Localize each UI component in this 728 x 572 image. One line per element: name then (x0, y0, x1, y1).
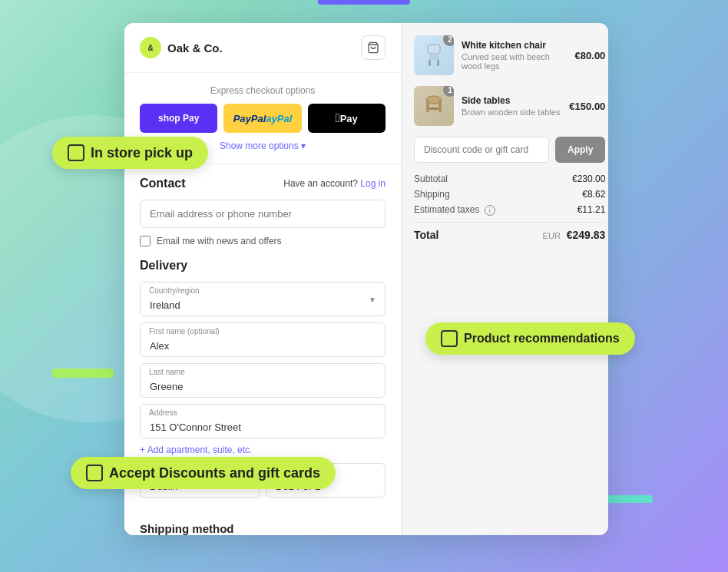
svg-rect-4 (437, 60, 439, 66)
svg-rect-7 (438, 100, 442, 112)
item-details-1: White kitchen chair Curved seat with bee… (462, 40, 568, 71)
shipping-label: Shipping (414, 189, 450, 200)
login-prompt: Have an account? Log in (283, 178, 386, 189)
recommendations-label: Product recommendations (464, 332, 620, 346)
item-details-2: Side tables Brown wooden side tables (462, 95, 561, 117)
first-name-group: First name (optional) (140, 322, 386, 357)
apple-pay-button[interactable]:  Pay (308, 104, 386, 133)
cart-icon (367, 41, 379, 54)
order-item-2: 1 Side tables Brown wooden side tables €… (414, 86, 605, 126)
pickup-icon (68, 144, 84, 161)
discount-badge[interactable]: Accept Discounts and gift cards (71, 457, 336, 489)
country-group: Country/region Ireland ▼ (140, 282, 386, 316)
taxes-row: Estimated taxes i €11.21 (414, 204, 605, 216)
order-item-1: 2 White kitchen chair Curved seat with b… (414, 35, 605, 75)
taxes-value: €11.21 (577, 204, 606, 216)
shipping-value: €8.62 (582, 189, 605, 200)
recommendations-badge[interactable]: Product recommendations (425, 322, 635, 355)
item-price-2: €150.00 (569, 101, 605, 112)
shipping-method-title: Shipping method (124, 516, 401, 535)
express-buttons: shop Pay PayPal ayPal  Pay (140, 104, 386, 133)
chair-icon (420, 41, 448, 69)
email-news-checkbox[interactable] (140, 236, 151, 246)
item-image-chair: 2 (414, 35, 454, 75)
shop-pay-button[interactable]: shop Pay (140, 104, 217, 133)
stool-icon (420, 92, 448, 120)
address-group: Address (140, 404, 386, 438)
decorative-bar-2 (52, 369, 114, 378)
progress-bar-top (318, 0, 410, 5)
cart-button[interactable] (361, 35, 386, 60)
login-link[interactable]: Log in (360, 178, 386, 189)
taxes-label: Estimated taxes i (414, 204, 495, 216)
info-icon[interactable]: i (485, 205, 495, 216)
email-input[interactable] (140, 200, 386, 228)
item-price-1: €80.00 (575, 50, 606, 61)
contact-title: Contact (140, 177, 186, 190)
address-label: Address (149, 408, 177, 417)
email-news-row: Email me with news and offers (140, 236, 386, 246)
subtotal-row: Subtotal €230.00 (414, 174, 605, 184)
total-row: Total EUR €249.83 (414, 222, 605, 241)
delivery-title: Delivery (140, 259, 386, 273)
pickup-badge[interactable]: In store pick up (52, 137, 208, 169)
shipping-row: Shipping €8.62 (414, 189, 605, 200)
brand-icon: & (140, 37, 161, 58)
contact-section: Contact Have an account? Log in Email me… (124, 164, 401, 259)
last-name-label: Last name (149, 368, 185, 376)
discount-icon (86, 465, 103, 481)
recommendations-icon (441, 330, 458, 347)
svg-rect-8 (429, 107, 438, 110)
total-value: €249.83 (567, 229, 606, 241)
total-currency: EUR (543, 231, 561, 240)
item-image-stool: 1 (414, 86, 454, 126)
express-title: Express checkout options (140, 85, 386, 96)
item-desc-2: Brown wooden side tables (462, 107, 561, 117)
item-desc-1: Curved seat with beech wood legs (462, 52, 568, 71)
last-name-group: Last name (140, 363, 386, 398)
first-name-label: First name (optional) (149, 327, 220, 336)
svg-rect-2 (429, 54, 438, 60)
discount-input[interactable] (414, 137, 549, 163)
svg-rect-1 (428, 45, 440, 54)
apply-button[interactable]: Apply (555, 137, 605, 163)
discount-row: Apply (414, 137, 605, 163)
contact-header: Contact Have an account? Log in (140, 177, 386, 190)
total-label: Total (414, 229, 438, 241)
paypal-button[interactable]: PayPal ayPal (223, 104, 301, 133)
svg-rect-3 (429, 60, 431, 66)
pickup-label: In store pick up (91, 145, 193, 161)
email-news-label: Email me with news and offers (157, 236, 282, 246)
item-name-2: Side tables (462, 95, 561, 107)
checkout-header: & Oak & Co. (124, 23, 401, 73)
total-amount: EUR €249.83 (543, 229, 606, 241)
svg-rect-6 (426, 100, 429, 112)
brand-logo: & Oak & Co. (140, 37, 223, 58)
item-name-1: White kitchen chair (462, 40, 568, 52)
brand-name: Oak & Co. (167, 41, 223, 55)
country-label: Country/region (149, 286, 200, 295)
subtotal-value: €230.00 (572, 174, 605, 184)
checkout-right-panel: 2 White kitchen chair Curved seat with b… (401, 23, 608, 535)
subtotal-label: Subtotal (414, 174, 448, 184)
add-apartment-link[interactable]: + Add apartment, suite, etc. (140, 445, 386, 455)
discount-label: Accept Discounts and gift cards (109, 465, 320, 481)
